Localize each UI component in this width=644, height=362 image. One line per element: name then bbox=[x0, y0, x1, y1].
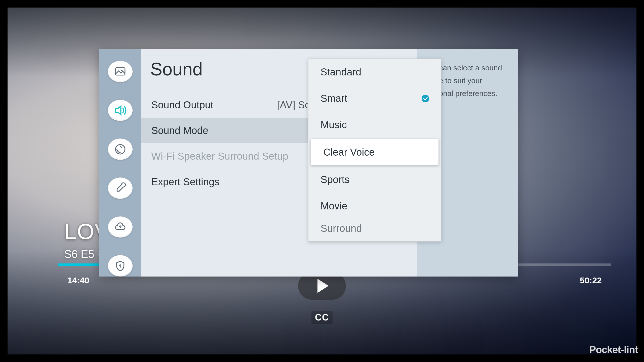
option-surround[interactable]: Surround bbox=[308, 219, 441, 233]
wrench-icon bbox=[114, 182, 127, 194]
sound-icon bbox=[113, 103, 128, 118]
progress-fill bbox=[58, 263, 105, 266]
sidebar-item-privacy[interactable] bbox=[108, 255, 133, 277]
option-standard[interactable]: Standard bbox=[308, 59, 441, 85]
option-label: Music bbox=[320, 119, 347, 130]
sound-mode-dropdown: Standard Smart Music Clear Voice Sports … bbox=[308, 59, 441, 242]
current-time: 14:40 bbox=[67, 276, 89, 285]
setting-label: Sound Output bbox=[151, 99, 213, 111]
settings-sidebar bbox=[99, 49, 141, 277]
setting-label: Wi-Fi Speaker Surround Setup bbox=[151, 151, 288, 162]
play-icon bbox=[317, 279, 329, 293]
shield-icon bbox=[114, 260, 127, 272]
picture-icon bbox=[114, 65, 127, 78]
sidebar-item-picture[interactable] bbox=[108, 61, 133, 82]
option-sports[interactable]: Sports bbox=[308, 166, 441, 193]
setting-label: Sound Mode bbox=[151, 125, 208, 136]
option-label: Movie bbox=[320, 200, 347, 212]
sidebar-item-general[interactable] bbox=[108, 177, 133, 199]
svg-point-1 bbox=[121, 70, 123, 71]
total-time: 50:22 bbox=[580, 276, 602, 285]
option-clear-voice[interactable]: Clear Voice bbox=[311, 139, 439, 165]
setting-label: Expert Settings bbox=[151, 176, 219, 188]
cloud-question-icon bbox=[114, 221, 127, 233]
option-label: Smart bbox=[320, 93, 347, 104]
sidebar-item-support[interactable] bbox=[108, 216, 133, 238]
cc-badge[interactable]: CC bbox=[311, 311, 333, 324]
sidebar-item-broadcasting[interactable] bbox=[108, 139, 133, 160]
svg-point-3 bbox=[120, 229, 121, 230]
option-movie[interactable]: Movie bbox=[308, 193, 441, 219]
svg-point-4 bbox=[120, 265, 121, 266]
option-label: Clear Voice bbox=[323, 147, 375, 158]
svg-rect-0 bbox=[115, 68, 125, 75]
option-music[interactable]: Music bbox=[308, 112, 441, 138]
satellite-icon bbox=[114, 143, 127, 156]
option-label: Surround bbox=[320, 223, 362, 234]
sidebar-item-sound[interactable] bbox=[108, 100, 133, 121]
checkmark-icon bbox=[422, 95, 429, 102]
option-label: Standard bbox=[320, 66, 361, 78]
option-smart[interactable]: Smart bbox=[308, 85, 441, 112]
option-label: Sports bbox=[320, 174, 350, 185]
watermark: Pocket-lint bbox=[589, 344, 638, 355]
